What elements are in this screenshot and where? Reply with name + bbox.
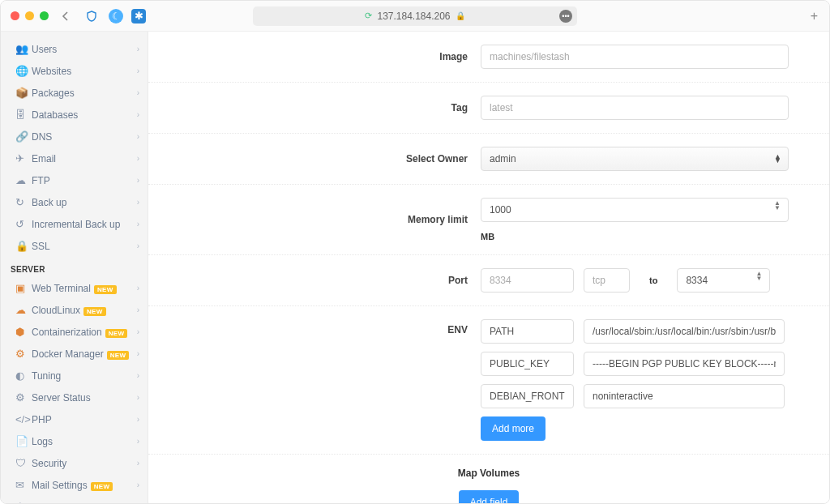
chevron-right-icon: › [137,305,139,314]
env-value-input[interactable] [584,319,785,344]
sidebar-item-php[interactable]: </>PHP› [1,408,148,430]
chevron-right-icon: › [137,241,139,250]
port-protocol-input[interactable] [584,268,630,293]
sidebar-item-label: PHP [32,414,137,425]
sidebar-item-security[interactable]: 🛡Security› [1,452,148,474]
map-volumes-title: Map Volumes [148,468,829,479]
sidebar-section-server: SERVER [1,257,148,277]
refresh-icon: ⟳ [365,11,372,21]
titlebar: ☾ ✱ ⟳ 137.184.184.206 🔒 ••• + [1,1,829,32]
sidebar-item-email[interactable]: ✈Email› [1,147,148,169]
chevron-right-icon: › [137,132,139,141]
image-input[interactable] [481,45,789,69]
close-window-button[interactable] [11,11,19,20]
port-to-label: to [640,275,667,285]
chevron-right-icon: › [137,481,139,489]
sidebar-item-mail-settings[interactable]: ✉Mail SettingsNEW› [1,474,148,496]
sidebar-item-databases[interactable]: 🗄Databases› [1,104,148,126]
memory-unit: MB [481,232,494,241]
back-button[interactable] [57,7,75,25]
new-badge: NEW [107,351,130,360]
terminal-icon: ▣ [15,282,32,294]
maximize-window-button[interactable] [40,11,49,20]
reader-icon[interactable]: ☾ [109,9,123,23]
users-icon: 👥 [15,43,32,55]
sidebar-item-label: Server Status [32,392,137,404]
label-tag: Tag [148,102,481,113]
url-menu-icon[interactable]: ••• [559,10,572,23]
map-volumes-section: Map Volumes Add field [148,455,829,503]
sidebar-item-dns[interactable]: 🔗DNS› [1,126,148,147]
link-icon: 🔗 [15,130,32,143]
chevron-right-icon: › [137,176,139,185]
sidebar-item-users[interactable]: 👥Users› [1,38,148,60]
sidebar-item-label: Tuning [32,370,137,382]
sidebar-item-incremental-backup[interactable]: ↺Incremental Back up› [1,213,148,235]
row-image: Image [148,32,829,83]
half-circle-icon: ◐ [15,369,32,382]
env-key-input[interactable] [481,384,574,408]
sidebar-item-backup[interactable]: ↻Back up› [1,191,148,213]
add-field-button[interactable]: Add field [459,490,520,503]
chevron-right-icon: › [137,415,139,424]
sidebar-item-packages[interactable]: 📦Packages› [1,82,148,104]
sidebar-item-label: Manage Services [32,502,137,504]
label-env: ENV [148,319,481,335]
cloud-icon: ☁ [15,304,32,316]
env-value-input[interactable] [584,352,785,376]
env-row [481,319,785,344]
sidebar-item-label: SSL [32,241,137,252]
owner-select[interactable]: admin ▲▼ [481,147,789,171]
chevron-right-icon: › [137,393,139,402]
sidebar-item-label: Mail SettingsNEW [32,480,137,491]
chevron-right-icon: › [137,220,139,229]
extension-icon[interactable]: ✱ [131,9,146,23]
sidebar-item-label: Websites [32,66,137,77]
chevron-right-icon: › [137,45,139,53]
env-row [481,352,785,376]
owner-select-value: admin [490,153,516,164]
tag-input[interactable] [481,96,789,120]
document-icon: 📄 [15,435,32,447]
chevron-right-icon: › [137,154,139,163]
new-tab-button[interactable]: + [811,9,818,23]
select-arrows-icon: ▲▼ [774,155,781,163]
sidebar-item-label: Logs [32,436,137,447]
env-key-input[interactable] [481,319,574,344]
stepper-arrows-icon[interactable]: ▲▼ [774,201,781,211]
sidebar-item-logs[interactable]: 📄Logs› [1,430,148,452]
shield-icon[interactable] [83,7,101,25]
stepper-arrows-icon[interactable]: ▲▼ [755,271,762,281]
sidebar-item-docker-manager[interactable]: ⚙Docker ManagerNEW› [1,343,148,365]
env-value-input[interactable] [584,384,785,408]
envelope-icon: ✉ [15,479,32,491]
port-source-input[interactable] [481,268,574,293]
chevron-right-icon: › [137,502,139,503]
minimize-window-button[interactable] [25,11,34,20]
env-row [481,384,785,408]
sidebar-item-label: Databases [32,109,137,121]
env-key-input[interactable] [481,352,574,376]
sidebar-item-cloudlinux[interactable]: ☁CloudLinuxNEW› [1,299,148,321]
sidebar-item-ssl[interactable]: 🔒SSL› [1,235,148,257]
new-badge: NEW [91,482,113,491]
chevron-right-icon: › [137,198,139,207]
new-badge: NEW [105,329,128,338]
sidebar-item-websites[interactable]: 🌐Websites› [1,60,148,82]
sidebar-item-server-status[interactable]: ⚙Server Status› [1,387,148,408]
sidebar-item-web-terminal[interactable]: ▣Web TerminalNEW› [1,277,148,299]
sidebar-item-ftp[interactable]: ☁FTP› [1,169,148,191]
chevron-right-icon: › [137,371,139,380]
memory-input[interactable] [481,198,789,222]
sidebar-item-label: DNS [32,131,137,143]
row-env: ENV [148,306,829,455]
add-more-env-button[interactable]: Add more [481,416,545,441]
sidebar-item-containerization[interactable]: ⬢ContainerizationNEW› [1,321,148,343]
sidebar-item-tuning[interactable]: ◐Tuning› [1,365,148,387]
sidebar-item-manage-services[interactable]: ⚙Manage Services› [1,496,148,503]
body: 👥Users› 🌐Websites› 📦Packages› 🗄Databases… [1,32,829,503]
url-bar[interactable]: ⟳ 137.184.184.206 🔒 ••• [253,6,577,26]
sidebar-item-label: Email [32,153,137,164]
new-badge: NEW [94,285,117,294]
label-owner: Select Owner [148,153,481,164]
